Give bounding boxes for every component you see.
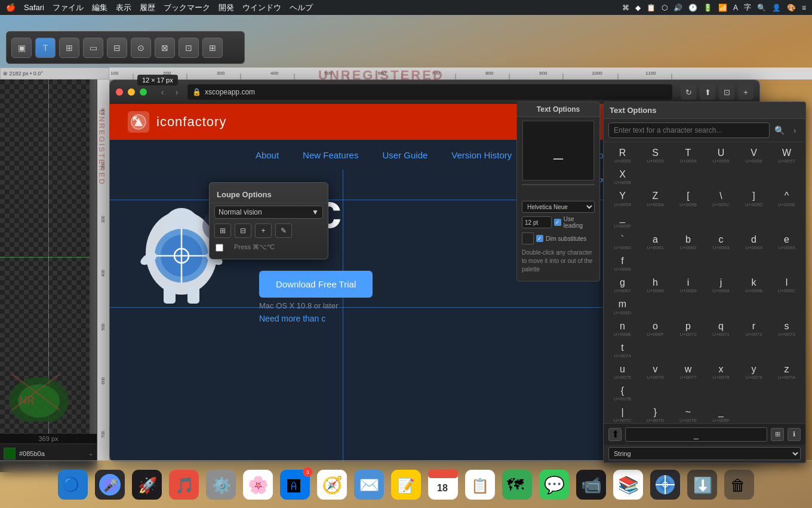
- char-cell[interactable]: jU+006A: [705, 274, 737, 296]
- dock-item-calendar[interactable]: 18: [427, 469, 459, 501]
- dock-item-siri[interactable]: 🎤: [94, 469, 126, 501]
- browser-tabs-button[interactable]: ⊡: [719, 84, 734, 100]
- char-share-icon[interactable]: ⬆: [608, 428, 622, 441]
- char-cell[interactable]: dU+0064: [737, 231, 770, 253]
- char-cell[interactable]: mU+006D: [606, 296, 639, 317]
- menu-bookmarks[interactable]: ブックマーク: [164, 2, 210, 13]
- menu-edit[interactable]: 編集: [92, 2, 107, 13]
- menu-file[interactable]: ファイル: [53, 2, 84, 13]
- loupe-icon-grid[interactable]: ⊞: [214, 224, 231, 238]
- char-cell[interactable]: vU+0076: [639, 361, 672, 382]
- char-info-icon[interactable]: ℹ: [788, 428, 801, 441]
- char-cell[interactable]: nU+006E: [606, 318, 639, 339]
- window-maximize-button[interactable]: [140, 88, 147, 96]
- char-cell[interactable]: |U+007C: [606, 404, 639, 423]
- char-grid-view-icon[interactable]: ⊞: [771, 428, 784, 441]
- color-dropdown-arrow[interactable]: ⌄: [88, 450, 93, 457]
- window-close-button[interactable]: [116, 88, 123, 96]
- nav-user-guide[interactable]: User Guide: [382, 150, 427, 160]
- menu-window[interactable]: ウインドウ: [242, 2, 281, 13]
- dock-item-finder[interactable]: 🔵: [57, 469, 89, 501]
- char-cell[interactable]: sU+0073: [770, 318, 803, 339]
- loupe-vision-select[interactable]: Normal vision ▼: [214, 206, 323, 219]
- apple-menu[interactable]: 🍎: [6, 3, 16, 12]
- loupe-icon-grid2[interactable]: ⊟: [235, 224, 251, 238]
- dock-item-xscope[interactable]: [649, 469, 681, 501]
- char-cell[interactable]: _U+005F: [606, 210, 639, 231]
- loupe-option-checkbox[interactable]: [216, 244, 223, 252]
- dock-item-settings[interactable]: ⚙️: [205, 469, 237, 501]
- dock-item-maps[interactable]: 🗺: [501, 469, 533, 501]
- address-bar[interactable]: 🔒 xscopeapp.com: [187, 84, 672, 100]
- char-cell[interactable]: xU+0078: [705, 361, 737, 382]
- toolbar-btn-minus[interactable]: ⊟: [107, 38, 127, 58]
- char-cell[interactable]: aU+0061: [639, 231, 672, 253]
- window-minimize-button[interactable]: [128, 88, 135, 96]
- text-color-swatch[interactable]: [522, 232, 534, 244]
- char-cell[interactable]: RU+0052: [606, 145, 639, 166]
- dock-item-safari[interactable]: 🧭: [316, 469, 348, 501]
- dock-item-music[interactable]: 🎵: [168, 469, 200, 501]
- char-cell[interactable]: hU+0068: [639, 274, 672, 296]
- char-cell[interactable]: }U+007D: [639, 404, 672, 423]
- dock-item-downloads[interactable]: ⬇️: [686, 469, 718, 501]
- char-cell[interactable]: ~U+007E: [672, 404, 705, 423]
- dim-subs-checkbox[interactable]: ✓: [536, 235, 543, 242]
- toolbar-btn-plus[interactable]: ⊞: [202, 38, 223, 58]
- dock-item-notes[interactable]: 📝: [390, 469, 422, 501]
- char-cell[interactable]: `U+0060: [606, 231, 639, 253]
- char-cell[interactable]: XU+0058: [606, 166, 639, 188]
- char-cell[interactable]: oU+006F: [639, 318, 672, 339]
- char-cell[interactable]: SU+0053: [639, 145, 672, 166]
- char-cell[interactable]: TU+0054: [672, 145, 705, 166]
- char-cell[interactable]: [U+005B: [672, 188, 705, 209]
- char-cell[interactable]: VU+0056: [737, 145, 770, 166]
- char-cell[interactable]: UU+0055: [705, 145, 737, 166]
- dock-item-messages[interactable]: 💬: [538, 469, 570, 501]
- dock-item-books[interactable]: 📚: [612, 469, 644, 501]
- menubar-search-icon[interactable]: 🔍: [757, 4, 766, 12]
- char-cell[interactable]: zU+007A: [770, 361, 803, 382]
- dock-item-photos[interactable]: 🌸: [242, 469, 274, 501]
- nav-new-features[interactable]: New Features: [303, 150, 358, 160]
- nav-version-history[interactable]: Version History: [451, 150, 512, 160]
- menu-history[interactable]: 履歴: [140, 2, 155, 13]
- menu-help[interactable]: ヘルプ: [290, 2, 313, 13]
- char-cell[interactable]: rU+0072: [737, 318, 770, 339]
- char-cell[interactable]: yU+0079: [737, 361, 770, 382]
- char-cell[interactable]: pU+0070: [672, 318, 705, 339]
- char-cell[interactable]: uU+0075: [606, 361, 639, 382]
- char-cell[interactable]: {U+007B: [606, 382, 639, 404]
- loupe-resize-handle[interactable]: [90, 79, 97, 434]
- toolbar-btn-check[interactable]: ⊠: [155, 38, 175, 58]
- browser-share-button[interactable]: ⬆: [700, 84, 715, 100]
- char-cell[interactable]: _U+005F: [705, 404, 737, 423]
- toolbar-btn-grid2[interactable]: ⊡: [179, 38, 199, 58]
- char-cell[interactable]: ^U+005E: [770, 188, 803, 209]
- char-cell[interactable]: YU+0059: [606, 188, 639, 209]
- char-nav-right-icon[interactable]: ›: [789, 124, 801, 136]
- nav-about[interactable]: About: [256, 150, 279, 160]
- char-cell[interactable]: eU+0065: [770, 231, 803, 253]
- dock-item-mail[interactable]: ✉️: [353, 469, 385, 501]
- char-cell[interactable]: lU+006C: [770, 274, 803, 296]
- char-cell[interactable]: kU+006B: [737, 274, 770, 296]
- char-cell[interactable]: tU+0074: [606, 339, 639, 361]
- menubar-menu-icon[interactable]: ≡: [802, 4, 806, 12]
- char-cell[interactable]: WU+0057: [770, 145, 803, 166]
- toolbar-btn-frame[interactable]: ⊞: [59, 38, 79, 58]
- menu-view[interactable]: 表示: [116, 2, 131, 13]
- char-cell[interactable]: fU+0066: [606, 253, 639, 274]
- toolbar-btn-circle[interactable]: ⊙: [131, 38, 151, 58]
- dock-item-facetime[interactable]: 📹: [575, 469, 607, 501]
- browser-back-button[interactable]: ‹: [156, 86, 168, 98]
- char-search-input[interactable]: [608, 123, 770, 138]
- char-cell[interactable]: cU+0063: [705, 231, 737, 253]
- char-bottom-input[interactable]: [625, 427, 767, 442]
- color-swatch[interactable]: [4, 448, 16, 460]
- char-string-select[interactable]: String: [608, 447, 801, 460]
- menu-develop[interactable]: 開発: [219, 2, 234, 13]
- dock-item-launchpad[interactable]: 🚀: [131, 469, 163, 501]
- font-size-input[interactable]: [522, 216, 552, 228]
- dock-item-reminders[interactable]: 📋: [464, 469, 496, 501]
